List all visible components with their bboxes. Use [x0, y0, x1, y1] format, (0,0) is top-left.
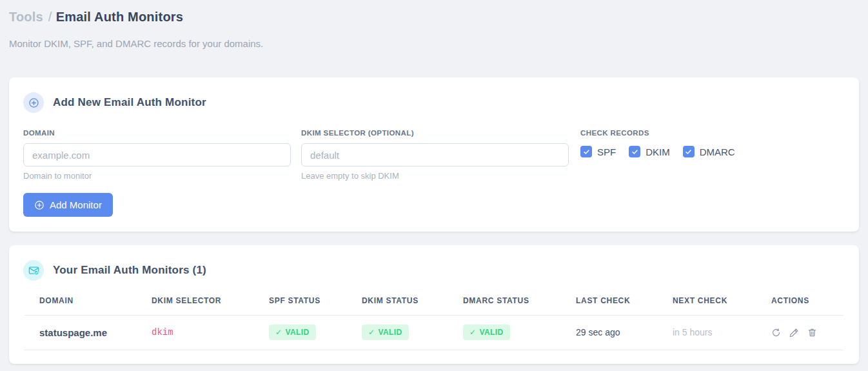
add-monitor-card-title: Add New Email Auth Monitor	[53, 96, 206, 109]
check-records-label: CHECK RECORDS	[580, 129, 845, 137]
page-title: Email Auth Monitors	[56, 10, 184, 24]
dmarc-status-badge: ✓ VALID	[463, 325, 510, 340]
monitor-row-statuspage: statuspage.me dkim ✓ VALID ✓ VALID	[25, 316, 843, 350]
dkim-checkbox-label: DKIM	[646, 146, 670, 157]
domain-field-helper: Domain to monitor	[23, 171, 291, 181]
page-subtitle: Monitor DKIM, SPF, and DMARC records for…	[9, 37, 859, 51]
monitors-card: Your Email Auth Monitors (1) DOMAIN DKIM…	[9, 245, 859, 364]
monitor-spf-status-cell: ✓ VALID	[269, 316, 362, 350]
dkim-status-label: VALID	[378, 328, 402, 337]
add-monitor-button[interactable]: Add Monitor	[23, 193, 113, 217]
dmarc-checkbox-checked-icon[interactable]	[683, 146, 695, 157]
monitors-table-wrap: DOMAIN DKIM SELECTOR SPF STATUS DKIM STA…	[25, 292, 843, 350]
column-header-last-check: LAST CHECK	[576, 292, 673, 316]
monitors-table: DOMAIN DKIM SELECTOR SPF STATUS DKIM STA…	[25, 292, 843, 350]
envelope-check-badge	[23, 260, 44, 281]
dkim-selector-field-helper: Leave empty to skip DKIM	[301, 171, 569, 181]
domain-input[interactable]	[23, 143, 291, 166]
breadcrumb: Tools/Email Auth Monitors	[9, 8, 859, 26]
dmarc-checkbox-label: DMARC	[700, 146, 735, 157]
monitor-actions-cell	[771, 316, 843, 350]
dkim-selector-field-group: DKIM SELECTOR (OPTIONAL) Leave empty to …	[301, 129, 569, 181]
delete-button[interactable]	[807, 328, 817, 337]
column-header-dkim-selector: DKIM SELECTOR	[152, 292, 269, 316]
add-monitor-card: Add New Email Auth Monitor DOMAIN Domain…	[9, 77, 859, 232]
check-glyph: ✓	[368, 328, 375, 337]
card-bottom-padding	[23, 350, 845, 364]
monitor-dkim-status-cell: ✓ VALID	[362, 316, 463, 350]
monitor-next-check: in 5 hours	[673, 316, 771, 350]
refresh-button[interactable]	[771, 328, 781, 337]
email-auth-monitors-page: Tools/Email Auth Monitors Monitor DKIM, …	[0, 0, 868, 364]
add-monitor-card-header: Add New Email Auth Monitor	[23, 92, 845, 113]
row-actions	[771, 328, 843, 337]
add-monitor-form: DOMAIN Domain to monitor DKIM SELECTOR (…	[23, 129, 845, 181]
check-records-group: CHECK RECORDS SPF DKIM	[580, 129, 845, 181]
spf-status-badge: ✓ VALID	[269, 325, 316, 340]
checkbox-dmarc[interactable]: DMARC	[683, 146, 735, 157]
dkim-selector-input[interactable]	[301, 143, 569, 166]
table-header-row: DOMAIN DKIM SELECTOR SPF STATUS DKIM STA…	[25, 292, 843, 316]
monitor-last-check: 29 sec ago	[576, 316, 673, 350]
column-header-actions: ACTIONS	[771, 292, 843, 316]
dkim-status-badge: ✓ VALID	[362, 325, 409, 340]
spf-checkbox-checked-icon[interactable]	[580, 146, 592, 157]
plus-circle-icon	[28, 97, 39, 108]
monitors-card-header: Your Email Auth Monitors (1)	[23, 260, 845, 281]
trash-icon	[807, 328, 817, 337]
check-records-options: SPF DKIM DMARC	[580, 146, 845, 157]
spf-status-label: VALID	[285, 328, 309, 337]
dmarc-status-label: VALID	[479, 328, 503, 337]
spf-checkbox-label: SPF	[597, 146, 616, 157]
column-header-domain: DOMAIN	[25, 292, 152, 316]
checkbox-dkim[interactable]: DKIM	[629, 146, 670, 157]
column-header-dkim-status: DKIM STATUS	[362, 292, 463, 316]
envelope-check-icon	[28, 265, 39, 276]
check-glyph: ✓	[275, 328, 282, 337]
refresh-icon	[771, 328, 781, 337]
add-monitor-button-label: Add Monitor	[50, 199, 102, 210]
column-header-next-check: NEXT CHECK	[673, 292, 771, 316]
edit-button[interactable]	[789, 328, 799, 337]
breadcrumb-tools-link[interactable]: Tools	[9, 10, 43, 24]
column-header-spf-status: SPF STATUS	[269, 292, 362, 316]
check-glyph: ✓	[469, 328, 476, 337]
dkim-selector-field-label: DKIM SELECTOR (OPTIONAL)	[301, 129, 569, 137]
checkbox-spf[interactable]: SPF	[580, 146, 616, 157]
dkim-checkbox-checked-icon[interactable]	[629, 146, 640, 157]
edit-pencil-icon	[789, 328, 799, 337]
monitor-dmarc-status-cell: ✓ VALID	[463, 316, 576, 350]
monitor-domain: statuspage.me	[25, 316, 152, 350]
domain-field-label: DOMAIN	[23, 129, 291, 137]
plus-circle-badge	[23, 92, 44, 113]
column-header-dmarc-status: DMARC STATUS	[463, 292, 576, 316]
monitors-card-title: Your Email Auth Monitors (1)	[53, 264, 206, 277]
domain-field-group: DOMAIN Domain to monitor	[23, 129, 291, 181]
plus-circle-icon	[34, 200, 44, 210]
monitor-dkim-selector: dkim	[152, 316, 269, 350]
breadcrumb-separator: /	[48, 10, 52, 24]
